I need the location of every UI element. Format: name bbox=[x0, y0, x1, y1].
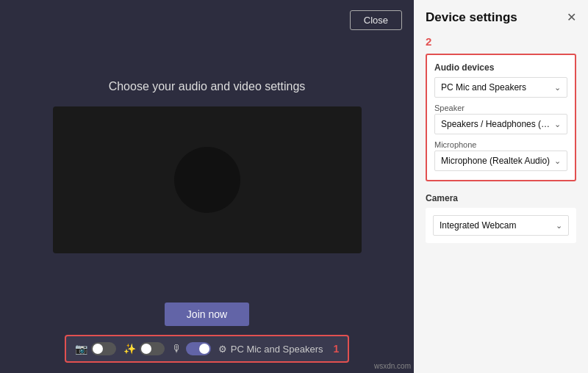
audio-device-value: PC Mic and Speakers bbox=[441, 82, 551, 93]
microphone-value: Microphone (Realtek Audio) bbox=[441, 156, 551, 166]
control-bar: 📷 ✨ 🎙 ⚙ PC Mic a bbox=[65, 335, 350, 363]
choose-text: Choose your audio and video settings bbox=[109, 80, 306, 93]
close-x-button[interactable]: ✕ bbox=[567, 12, 576, 23]
close-button-area: Close bbox=[0, 0, 414, 30]
label-1-badge: 1 bbox=[333, 343, 339, 355]
speaker-chevron: ⌄ bbox=[554, 120, 561, 129]
blur-toggle-knob bbox=[141, 344, 151, 354]
microphone-label: Microphone bbox=[434, 140, 567, 149]
right-panel: Device settings ✕ 2 Audio devices PC Mic… bbox=[414, 0, 588, 373]
audio-section: Audio devices PC Mic and Speakers ⌄ Spea… bbox=[426, 54, 576, 181]
panel-title: Device settings bbox=[426, 10, 517, 25]
speaker-dropdown[interactable]: Speakers / Headphones (Realtek Aud... ⌄ bbox=[434, 114, 567, 134]
bottom-controls: Join now 📷 ✨ 🎙 bbox=[0, 303, 414, 373]
gear-icon: ⚙ bbox=[218, 344, 227, 355]
label-2-badge: 2 bbox=[426, 35, 576, 48]
speaker-value: Speakers / Headphones (Realtek Aud... bbox=[441, 119, 551, 129]
microphone-chevron: ⌄ bbox=[554, 156, 561, 166]
camera-dropdown[interactable]: Integrated Webcam ⌄ bbox=[433, 215, 569, 236]
mic-control: 🎙 bbox=[172, 342, 211, 355]
audio-settings-label: PC Mic and Speakers bbox=[231, 344, 323, 355]
mic-icon: 🎙 bbox=[172, 343, 182, 355]
camera-toggle[interactable] bbox=[91, 342, 116, 355]
camera-label: Camera bbox=[426, 193, 576, 203]
blur-toggle[interactable] bbox=[140, 342, 165, 355]
watermark: wsxdn.com bbox=[374, 362, 411, 370]
mic-toggle[interactable] bbox=[186, 342, 211, 355]
left-panel: Close Choose your audio and video settin… bbox=[0, 0, 414, 373]
camera-control: 📷 bbox=[75, 342, 116, 355]
audio-device-chevron: ⌄ bbox=[554, 83, 561, 93]
camera-toggle-knob bbox=[93, 344, 103, 354]
camera-value: Integrated Webcam bbox=[440, 220, 553, 231]
join-now-button[interactable]: Join now bbox=[165, 303, 249, 326]
microphone-dropdown[interactable]: Microphone (Realtek Audio) ⌄ bbox=[434, 151, 567, 171]
mic-toggle-knob bbox=[199, 344, 209, 354]
speaker-label: Speaker bbox=[434, 104, 567, 112]
camera-section: Integrated Webcam ⌄ bbox=[426, 208, 576, 243]
blur-icon: ✨ bbox=[123, 343, 136, 355]
panel-header: Device settings ✕ bbox=[426, 10, 576, 25]
audio-settings-button[interactable]: ⚙ PC Mic and Speakers bbox=[218, 344, 323, 355]
audio-section-title: Audio devices bbox=[434, 62, 567, 73]
camera-chevron: ⌄ bbox=[556, 221, 562, 231]
close-button[interactable]: Close bbox=[350, 10, 402, 30]
video-preview bbox=[53, 106, 362, 253]
blur-control: ✨ bbox=[123, 342, 165, 355]
audio-device-dropdown[interactable]: PC Mic and Speakers ⌄ bbox=[434, 77, 567, 98]
camera-placeholder bbox=[174, 147, 240, 213]
camera-off-icon: 📷 bbox=[75, 343, 87, 355]
main-content: Choose your audio and video settings bbox=[0, 30, 414, 303]
